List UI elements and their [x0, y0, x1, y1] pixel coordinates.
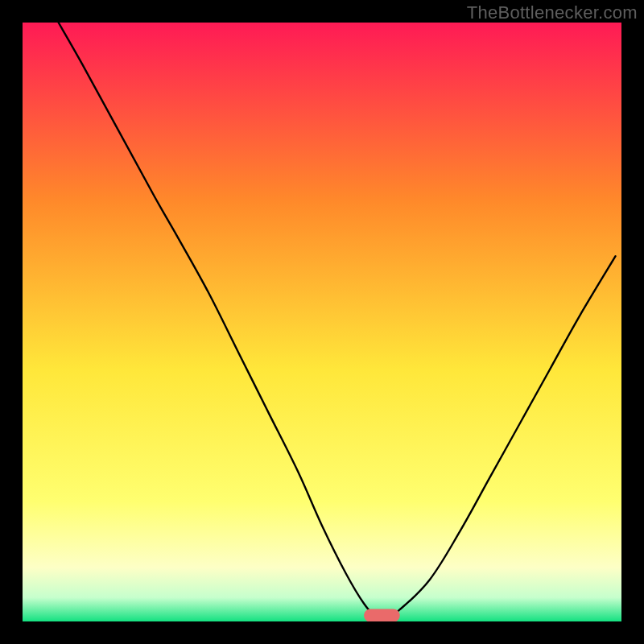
plot-area — [23, 23, 621, 621]
attribution-text: TheBottlenecker.com — [467, 2, 638, 23]
gradient-background — [23, 23, 621, 621]
optimal-marker — [364, 609, 400, 621]
chart-container: TheBottlenecker.com — [0, 0, 644, 644]
bottleneck-chart — [23, 23, 621, 621]
